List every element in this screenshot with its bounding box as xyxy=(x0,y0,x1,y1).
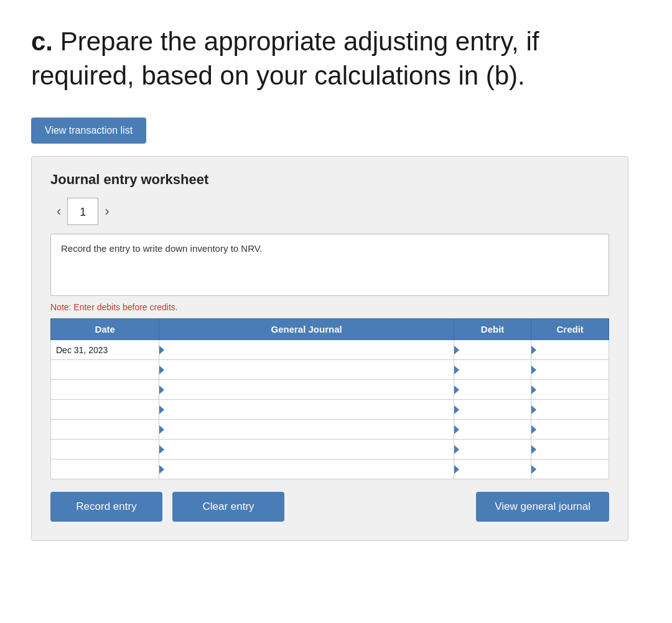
debit-cell[interactable] xyxy=(454,400,531,420)
general-journal-cell[interactable] xyxy=(159,340,454,360)
table-row: Dec 31, 2023 xyxy=(51,340,609,360)
table-row xyxy=(51,380,609,400)
date-cell[interactable] xyxy=(51,360,159,380)
table-row xyxy=(51,360,609,380)
credit-cell[interactable] xyxy=(531,420,609,440)
credit-cell[interactable] xyxy=(531,360,609,380)
general-journal-cell[interactable] xyxy=(159,400,454,420)
general-journal-input[interactable] xyxy=(159,440,453,459)
note-text: Note: Enter debits before credits. xyxy=(50,302,609,312)
credit-input[interactable] xyxy=(531,459,609,479)
date-cell[interactable]: Dec 31, 2023 xyxy=(51,340,159,360)
debit-cell[interactable] xyxy=(454,459,531,479)
action-buttons-row: Record entry Clear entry View general jo… xyxy=(50,492,609,522)
debit-input[interactable] xyxy=(454,400,531,419)
credit-input[interactable] xyxy=(531,380,609,399)
credit-cell[interactable] xyxy=(531,440,609,459)
table-row xyxy=(51,459,609,479)
credit-cell[interactable] xyxy=(531,380,609,400)
worksheet-title: Journal entry worksheet xyxy=(50,172,609,188)
heading-prefix: c. xyxy=(31,27,53,56)
view-general-journal-button[interactable]: View general journal xyxy=(476,492,609,522)
date-cell[interactable] xyxy=(51,420,159,440)
credit-input[interactable] xyxy=(531,360,609,379)
debit-input[interactable] xyxy=(454,440,531,459)
general-journal-input[interactable] xyxy=(159,400,453,419)
debit-cell[interactable] xyxy=(454,420,531,440)
general-journal-cell[interactable] xyxy=(159,420,454,440)
page-heading: c. Prepare the appropriate adjusting ent… xyxy=(31,25,641,93)
general-journal-cell[interactable] xyxy=(159,459,454,479)
credit-input[interactable] xyxy=(531,420,609,439)
date-input[interactable] xyxy=(51,440,159,459)
clear-entry-button[interactable]: Clear entry xyxy=(172,492,284,522)
heading-text: Prepare the appropriate adjusting entry,… xyxy=(31,27,539,90)
credit-input[interactable] xyxy=(531,440,609,459)
date-cell[interactable] xyxy=(51,440,159,459)
credit-input[interactable] xyxy=(531,400,609,419)
debit-input[interactable] xyxy=(454,340,531,359)
date-input[interactable] xyxy=(51,420,159,439)
debit-cell[interactable] xyxy=(454,380,531,400)
debit-cell[interactable] xyxy=(454,360,531,380)
header-date: Date xyxy=(51,319,159,340)
header-general-journal: General Journal xyxy=(159,319,454,340)
general-journal-input[interactable] xyxy=(159,380,453,399)
date-input[interactable] xyxy=(51,380,159,399)
pagination-row: ‹ 1 › xyxy=(50,198,609,225)
general-journal-input[interactable] xyxy=(159,459,453,479)
table-row xyxy=(51,400,609,420)
date-input[interactable] xyxy=(51,400,159,419)
journal-table: Date General Journal Debit Credit Dec 31… xyxy=(50,318,609,479)
debit-cell[interactable] xyxy=(454,440,531,459)
credit-input[interactable] xyxy=(531,340,609,359)
journal-entry-worksheet: Journal entry worksheet ‹ 1 › Record the… xyxy=(31,156,628,541)
credit-cell[interactable] xyxy=(531,459,609,479)
general-journal-cell[interactable] xyxy=(159,380,454,400)
date-cell[interactable] xyxy=(51,400,159,420)
date-input[interactable] xyxy=(51,360,159,379)
header-debit: Debit xyxy=(454,319,531,340)
debit-cell[interactable] xyxy=(454,340,531,360)
view-transaction-button[interactable]: View transaction list xyxy=(31,118,146,144)
journal-table-wrapper: Date General Journal Debit Credit Dec 31… xyxy=(50,318,609,479)
page-number: 1 xyxy=(67,198,98,225)
general-journal-input[interactable] xyxy=(159,360,453,379)
debit-input[interactable] xyxy=(454,420,531,439)
credit-cell[interactable] xyxy=(531,400,609,420)
header-credit: Credit xyxy=(531,319,609,340)
date-cell[interactable] xyxy=(51,459,159,479)
debit-input[interactable] xyxy=(454,380,531,399)
table-row xyxy=(51,420,609,440)
entry-description: Record the entry to write down inventory… xyxy=(50,234,609,296)
general-journal-cell[interactable] xyxy=(159,440,454,459)
debit-input[interactable] xyxy=(454,459,531,479)
credit-cell[interactable] xyxy=(531,340,609,360)
debit-input[interactable] xyxy=(454,360,531,379)
date-input[interactable] xyxy=(51,459,159,479)
next-page-button[interactable]: › xyxy=(98,201,115,222)
general-journal-input[interactable] xyxy=(159,340,453,359)
date-cell[interactable] xyxy=(51,380,159,400)
table-header-row: Date General Journal Debit Credit xyxy=(51,319,609,340)
table-row xyxy=(51,440,609,459)
record-entry-button[interactable]: Record entry xyxy=(50,492,162,522)
general-journal-input[interactable] xyxy=(159,420,453,439)
general-journal-cell[interactable] xyxy=(159,360,454,380)
prev-page-button[interactable]: ‹ xyxy=(50,201,67,222)
